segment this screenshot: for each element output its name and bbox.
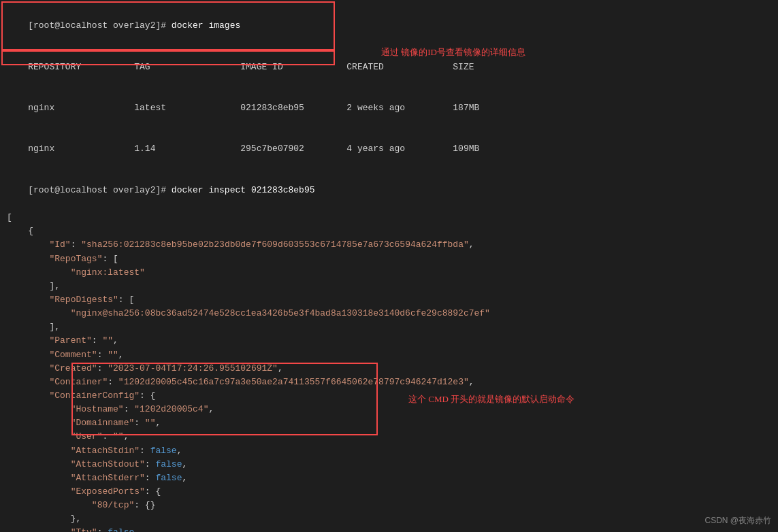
watermark: CSDN @夜海赤竹 — [704, 515, 771, 527]
exposedports-end: }, — [7, 512, 771, 526]
parent-line: "Parent": "", — [7, 334, 771, 348]
id-line: "Id": "sha256:021283c8eb95be02b23db0de7f… — [7, 238, 771, 252]
inspect-cmd-line: [root@localhost overlay2]# docker inspec… — [7, 170, 771, 211]
comment-line: "Comment": "", — [7, 348, 771, 362]
repodigests-end: ], — [7, 320, 771, 334]
cmd-1: docker images — [172, 20, 240, 31]
attachstdin-line: "AttachStdin": false, — [7, 444, 771, 458]
containerconfig-line: "ContainerConfig": { — [7, 389, 771, 403]
json-open-bracket: [ — [7, 211, 771, 225]
attachstdout-line: "AttachStdout": false, — [7, 458, 771, 471]
tty-line: "Tty": false, — [7, 526, 771, 532]
repotags-item: "nginx:latest" — [7, 266, 771, 280]
container-line: "Container": "1202d20005c45c16a7c97a3e50… — [7, 376, 771, 389]
json-open-brace: { — [7, 225, 771, 238]
repodigests-line: "RepoDigests": [ — [7, 293, 771, 307]
line-1: [root@localhost overlay2]# docker images — [7, 5, 771, 46]
hostname-line: "Hostname": "1202d20005c4", — [7, 403, 771, 416]
cmd-2: docker inspect 021283c8eb95 — [172, 185, 315, 195]
prompt-1: [root@localhost overlay2]# — [28, 20, 172, 31]
exposedports-line: "ExposedPorts": { — [7, 485, 771, 499]
user-line: "User": "", — [7, 430, 771, 444]
terminal: [root@localhost overlay2]# docker images… — [0, 0, 778, 532]
port-line: "80/tcp": {} — [7, 499, 771, 512]
repodigests-item: "nginx@sha256:08bc36ad52474e528cc1ea3426… — [7, 307, 771, 320]
attachstderr-line: "AttachStderr": false, — [7, 471, 771, 485]
prompt-2: [root@localhost overlay2]# — [28, 185, 172, 195]
nginx-1.14-row: nginx 1.14 295c7be07902 4 years ago 109M… — [7, 129, 771, 169]
nginx-latest-row: nginx latest 021283c8eb95 2 weeks ago 18… — [7, 88, 771, 129]
domainname-line: "Domainname": "", — [7, 416, 771, 430]
images-header: REPOSITORY TAG IMAGE ID CREATED SIZE — [7, 46, 771, 87]
repotags-end: ], — [7, 280, 771, 293]
created-line: "Created": "2023-07-04T17:24:26.95510269… — [7, 362, 771, 376]
repotags-line: "RepoTags": [ — [7, 252, 771, 266]
